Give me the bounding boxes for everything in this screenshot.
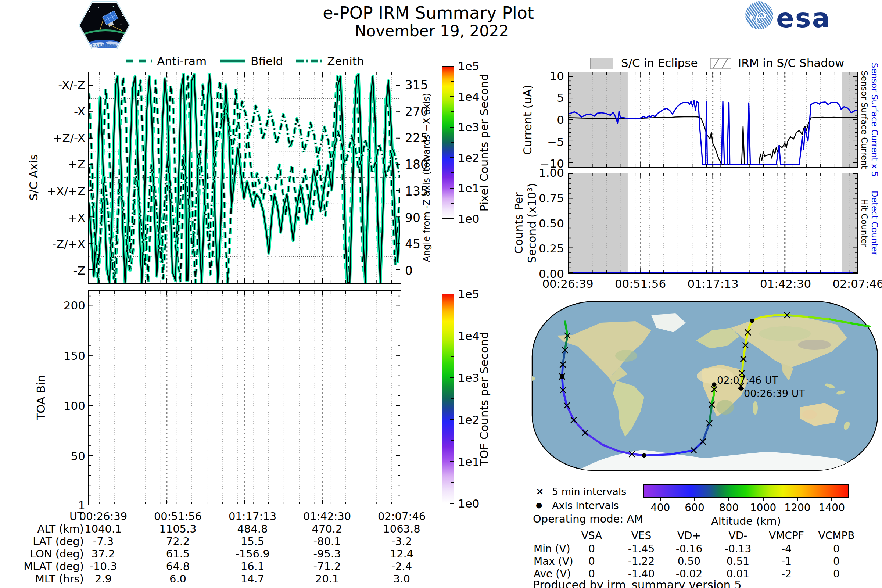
voltage-row-label: Max (V) [534, 556, 573, 567]
counts-ytick: 0.25 [502, 243, 564, 254]
angle-ytick: 90 [405, 212, 420, 224]
ephemeris-value: -10.3 [89, 561, 117, 572]
ephemeris-value: 14.7 [241, 574, 265, 584]
sc-axis-ytick: -Z/+X [23, 238, 85, 249]
voltage-value: 0 [588, 544, 595, 554]
toa-ylabel: TOA Bin [35, 375, 46, 420]
voltage-value: -0.02 [676, 569, 702, 579]
operating-mode: Operating mode: AM [533, 514, 643, 524]
tof-cb-tick: 1e0 [458, 498, 480, 509]
altitude-colorbar-label: Altitude (km) [711, 516, 781, 526]
voltage-row-label: Ave (V) [534, 569, 571, 579]
ephemeris-value: -71.2 [313, 561, 340, 572]
voltage-value: 0 [833, 556, 840, 567]
sc-axis-ytick: +Z [23, 159, 85, 170]
angle-ytick: 180 [405, 158, 428, 171]
tof-cb-tick: 1e3 [458, 372, 480, 384]
counts-right-label-black: Hit Counter [860, 199, 868, 248]
tof-cb-tick: 1e2 [458, 414, 480, 426]
tof-cb-tick: 1e5 [458, 288, 480, 300]
altitude-tick: 400 [651, 503, 670, 513]
cassiope-mission-patch: CASSIOPE [78, 1, 130, 50]
legend-item-anti-ram: Anti-ram [125, 54, 207, 68]
sc-axis-plot [88, 72, 401, 284]
legend-label: Zenith [327, 54, 364, 68]
voltage-column-header: VD+ [677, 531, 701, 541]
ephemeris-value: 470.2 [312, 524, 342, 534]
sensor-current-plot [568, 72, 858, 168]
marker-legend-x-label: 5 min intervals [552, 487, 626, 496]
altitude-tick: 1400 [819, 503, 845, 513]
ephemeris-value: 00:26:39 [80, 511, 127, 522]
sc-axis-ytick: -Z [23, 265, 85, 276]
voltage-column-header: VES [632, 531, 652, 541]
time-xtick: 01:17:13 [687, 278, 738, 290]
legend-label: Bfield [250, 54, 283, 68]
voltage-value: -1.45 [628, 544, 654, 554]
pixel-cb-tick: 1e4 [458, 91, 480, 102]
altitude-tick: 1000 [750, 503, 776, 513]
counts-ytick: 0.50 [502, 218, 564, 229]
ephemeris-row-label: ALT (km) [21, 524, 84, 534]
ephemeris-value: 01:42:30 [303, 511, 351, 522]
sc-axis-ytick: +X/+Z [23, 185, 85, 196]
angle-ytick: 45 [405, 238, 420, 250]
voltage-column-header: VSA [581, 531, 602, 541]
page-title: e-POP IRM Summary Plot [322, 3, 534, 23]
sc-axis-ytick: -X [23, 106, 85, 117]
dashed-line-icon [125, 58, 153, 64]
ephemeris-value: 64.8 [166, 561, 190, 572]
ephemeris-value: -2.4 [392, 561, 412, 572]
ephemeris-row-label: MLAT (deg) [21, 561, 84, 572]
pixel-cb-tick: 1e5 [458, 61, 480, 72]
ephemeris-value: 3.0 [393, 574, 410, 584]
toa-bin-plot [88, 290, 401, 506]
eclipse-legend-label: S/C in Eclipse [621, 57, 698, 69]
ephemeris-value: 16.1 [241, 561, 265, 572]
ephemeris-value: 2.9 [95, 574, 112, 584]
patch-label: CASSIOPE [92, 44, 117, 48]
toa-ytick: 50 [23, 450, 85, 462]
ephemeris-value: 01:17:13 [229, 511, 276, 522]
tof-counts-colorbar-label: TOF Counts per Second [478, 332, 490, 466]
pointing-legend: Anti-ramBfieldZenith [88, 54, 401, 68]
svg-text:e: e [753, 4, 766, 28]
ephemeris-value: 1040.1 [84, 524, 122, 534]
counter-rates-plot [568, 173, 858, 274]
shadow-legend-label: IRM in S/C Shadow [738, 57, 844, 69]
current-right-label-blue: Sensor Surface Current x 5 [870, 63, 879, 177]
ephemeris-value: 1063.8 [383, 524, 420, 534]
ephemeris-value: -7.3 [93, 536, 114, 547]
altitude-tick: 600 [685, 503, 704, 513]
current-ytick: −5 [502, 136, 564, 147]
pixel-cb-tick: 1e2 [458, 152, 480, 164]
esa-wordmark: esa [776, 3, 831, 33]
angle-ytick: 315 [405, 79, 428, 91]
time-xtick: 01:42:30 [760, 278, 811, 290]
voltage-column-header: VD- [729, 531, 747, 541]
ephemeris-value: -156.9 [235, 549, 270, 560]
pixel-counts-colorbar-label: Pixel Counts per Second [478, 74, 490, 212]
altitude-colorbar [643, 484, 849, 498]
tof-cb-tick: 1e4 [458, 330, 480, 342]
toa-ytick: 150 [23, 350, 85, 361]
voltage-value: 0.51 [726, 556, 749, 567]
ephemeris-value: 72.2 [166, 536, 190, 547]
ephemeris-row-label: LON (deg) [21, 549, 84, 560]
counts-ytick: 1.00 [502, 167, 564, 178]
current-ytick: 0 [502, 114, 564, 126]
altitude-tick: 800 [719, 503, 739, 513]
time-xtick: 00:51:56 [615, 278, 666, 290]
ephemeris-value: 484.8 [237, 524, 267, 534]
voltage-value: -1.22 [628, 556, 654, 567]
voltage-value: 0 [833, 569, 840, 579]
voltage-value: 0 [588, 556, 595, 567]
pixel-cb-tick: 1e3 [458, 122, 480, 133]
esa-logo: e esa [744, 1, 865, 34]
toa-ytick: 100 [23, 400, 85, 412]
ephemeris-value: 61.5 [166, 549, 190, 560]
voltage-value: 0.01 [726, 569, 749, 579]
ephemeris-value: -80.1 [313, 536, 340, 547]
toa-ytick: 1 [23, 500, 85, 511]
angle-ytick: 0 [405, 264, 413, 276]
